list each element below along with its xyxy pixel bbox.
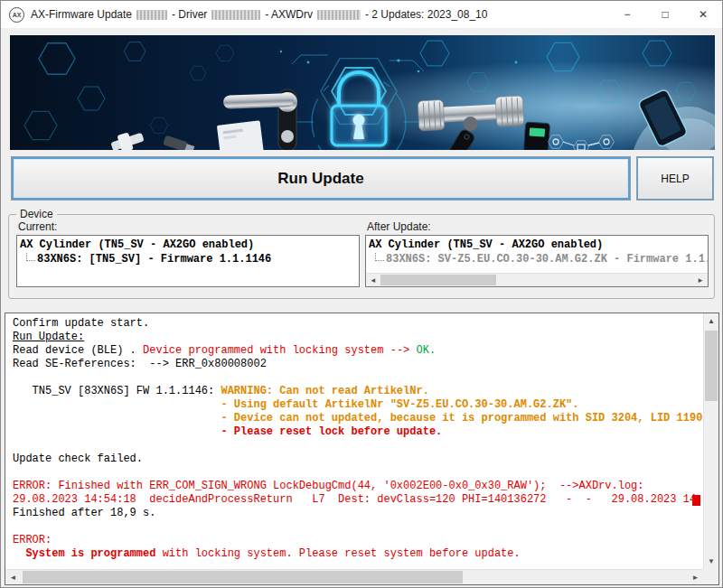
log-text-segment: with locking system. Please reset system…	[155, 547, 520, 560]
scroll-up-arrow[interactable]: ▲	[704, 313, 718, 329]
scrollbar-track[interactable]	[704, 329, 718, 554]
tree-branch-icon	[26, 253, 35, 261]
log-lines: Confirm update start.Run Update:Read dev…	[5, 313, 703, 569]
log-text-segment: -	[13, 425, 234, 438]
log-line: Finished after 18,9 s.	[13, 507, 703, 520]
title-app-name: AX-Firmware Update	[31, 8, 132, 21]
log-text-segment: Finished after 18,9 s.	[13, 507, 155, 519]
redacted-text	[317, 10, 361, 20]
log-text-segment: ERROR: Finished with ERR_COM_SIGN_WRONG …	[13, 480, 644, 492]
log-text-segment: System is programmed	[13, 547, 155, 560]
log-line: Update check failed.	[13, 453, 703, 466]
log-line: Read SE-References: --> ERR_0x80008002	[13, 358, 703, 371]
log-line: Read device (BLE) . Device programmed wi…	[13, 344, 703, 358]
banner-image	[10, 35, 715, 150]
log-text-segment: Please reset lock before update.	[234, 425, 442, 438]
title-driver: - Driver	[172, 8, 207, 21]
log-line: Confirm update start.	[13, 317, 703, 331]
list-item[interactable]: 83XN6S: SV-Z5.EU.CO.30-30.AM.G2.ZK - Fir…	[369, 252, 708, 266]
current-label: Current:	[18, 220, 57, 233]
current-device-list[interactable]: AX Cylinder (TN5_SV - AX2GO enabled) 83X…	[16, 235, 360, 287]
log-text-segment: ERROR:	[13, 534, 52, 546]
log-line: - Device can not updated, because it is …	[13, 412, 703, 425]
banner-reader-device-icon	[522, 122, 549, 150]
scroll-right-arrow[interactable]: ►	[693, 274, 708, 286]
tree-branch-icon	[375, 253, 384, 261]
scroll-down-arrow[interactable]: ▼	[704, 554, 718, 569]
log-text-segment: Device can not updated, because it is pr…	[234, 412, 703, 425]
scroll-left-arrow[interactable]: ◄	[366, 274, 380, 286]
scrollbar-thumb[interactable]	[380, 275, 496, 285]
scrollbar-track[interactable]	[380, 274, 693, 286]
scrollbar-thumb[interactable]	[23, 571, 463, 583]
log-text-segment: -	[13, 398, 234, 411]
title-updates: - 2 Updates: 2023_08_10	[365, 8, 487, 21]
clipped-text-block	[692, 495, 700, 506]
log-text-segment: Confirm update start.	[13, 317, 149, 330]
log-text-segment: Using default ArtikelNr "SV-Z5.EU.CO.30-…	[234, 398, 579, 411]
log-vertical-scrollbar[interactable]: ▲ ▼	[703, 313, 718, 569]
after-list-horizontal-scrollbar[interactable]: ◄ ►	[366, 273, 708, 286]
log-text-segment: Device programmed with locking system --…	[143, 344, 416, 357]
app-icon-text: AX	[13, 12, 22, 18]
redacted-text	[136, 10, 167, 20]
redacted-text	[211, 10, 260, 20]
log-line: - Using default ArtikelNr "SV-Z5.EU.CO.3…	[13, 398, 703, 412]
help-button[interactable]: HELP	[637, 157, 713, 200]
scroll-right-arrow[interactable]: ►	[688, 570, 703, 584]
log-line	[13, 466, 703, 480]
log-text-segment: WARNING: Can not read ArtikelNr.	[221, 385, 428, 397]
list-item[interactable]: 83XN6S: [TN5_SV] - Firmware 1.1.1146	[20, 252, 359, 266]
title-bar: AX AX-Firmware Update - Driver - AXWDrv …	[1, 1, 722, 28]
scroll-left-arrow[interactable]: ◄	[5, 570, 21, 584]
log-line: ERROR:	[13, 534, 703, 547]
scrollbar-corner	[703, 569, 718, 584]
maximize-button[interactable]: □	[646, 1, 684, 28]
device-group-label: Device	[16, 208, 57, 220]
banner-card	[217, 120, 264, 150]
log-text-segment: TN5_SV [83XN6S] FW 1.1.1146:	[13, 385, 221, 397]
list-item-label: 83XN6S: [TN5_SV] - Firmware 1.1.1146	[37, 252, 271, 266]
log-text-segment: Read SE-References: --> ERR_0x80008002	[13, 358, 267, 370]
after-update-list[interactable]: AX Cylinder (TN5_SV - AX2GO enabled) 83X…	[365, 235, 709, 287]
run-update-button[interactable]: Run Update	[12, 157, 630, 200]
list-item-label: 83XN6S: SV-Z5.EU.CO.30-30.AM.G2.ZK - Fir…	[386, 252, 708, 266]
window-controls: − □ ✕	[608, 1, 722, 28]
app-icon: AX	[9, 7, 24, 23]
scrollbar-thumb[interactable]	[705, 331, 718, 401]
log-line: System is programmed with locking system…	[13, 547, 703, 561]
log-line: ERROR: Finished with ERR_COM_SIGN_WRONG …	[13, 480, 703, 493]
close-button[interactable]: ✕	[684, 1, 722, 28]
log-line: Run Update:	[13, 331, 703, 344]
minimize-button[interactable]: −	[608, 1, 646, 28]
log-text-segment: OK.	[416, 344, 436, 357]
log-line	[13, 520, 703, 534]
banner-graphic	[10, 35, 715, 150]
title-axwdrv: - AXWDrv	[265, 8, 313, 21]
log-line	[13, 371, 703, 385]
device-group: Device Current: AX Cylinder (TN5_SV - AX…	[8, 214, 715, 299]
log-line: TN5_SV [83XN6S] FW 1.1.1146: WARNING: Ca…	[13, 385, 703, 398]
log-line	[13, 439, 703, 453]
log-text-segment: -	[13, 412, 234, 425]
after-update-label: After Update:	[367, 220, 431, 233]
log-line: 29.08.2023 14:54:18 decideAndProcessRetu…	[13, 493, 703, 507]
log-line: - Please reset lock before update.	[13, 425, 703, 439]
log-text-segment: 29.08.2023 14:54:18 decideAndProcessRetu…	[13, 493, 703, 506]
list-item[interactable]: AX Cylinder (TN5_SV - AX2GO enabled)	[20, 238, 359, 252]
list-item[interactable]: AX Cylinder (TN5_SV - AX2GO enabled)	[369, 238, 708, 252]
log-text-segment: Update check failed.	[13, 453, 143, 465]
log-text-segment: Run Update:	[13, 331, 84, 343]
app-window: AX AX-Firmware Update - Driver - AXWDrv …	[0, 0, 723, 588]
log-text-segment: Read device (BLE) .	[13, 344, 143, 357]
scrollbar-track[interactable]	[21, 570, 688, 584]
log-horizontal-scrollbar[interactable]: ◄ ►	[5, 569, 703, 584]
log-panel[interactable]: Confirm update start.Run Update:Read dev…	[5, 313, 719, 585]
window-title: AX-Firmware Update - Driver - AXWDrv - 2…	[31, 8, 487, 21]
